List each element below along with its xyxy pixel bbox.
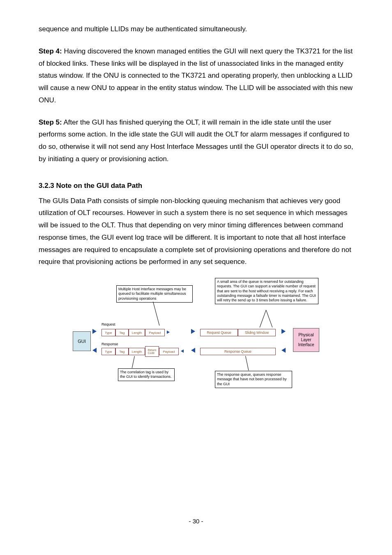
connector-line xyxy=(245,356,249,370)
step5-label: Step 5: xyxy=(39,118,62,126)
seg-return-code: Return Code xyxy=(145,346,159,357)
seg-length: Length xyxy=(129,348,145,355)
connector-line xyxy=(266,310,272,328)
arrow-right-icon xyxy=(92,329,97,334)
arrow-right-icon xyxy=(281,329,286,334)
arrow-right-icon xyxy=(167,331,170,334)
response-label: Response xyxy=(101,342,118,346)
connector-line xyxy=(260,310,266,328)
arrow-left-icon xyxy=(181,349,184,353)
note-correlation-tag: The correlation tag is used by the GUI t… xyxy=(118,368,175,381)
note-queue-reserved: A small area of the queue is reserved fo… xyxy=(215,278,318,304)
paragraph-intro: sequence and multiple LLIDs may be authe… xyxy=(39,23,353,35)
physical-layer-box: Physical Layer Interface xyxy=(293,328,319,352)
gui-box: GUI xyxy=(73,331,91,351)
diagram-container: Multiple Host Interface messages may be … xyxy=(39,278,353,391)
heading-323: 3.2.3 Note on the GUI data Path xyxy=(39,182,353,190)
step5-text: After the GUI has finished querying the … xyxy=(39,118,353,163)
request-label: Request xyxy=(101,322,115,326)
sliding-window: Sliding Window xyxy=(238,329,276,336)
arrow-left-icon xyxy=(191,348,195,353)
note-multiple-host: Multiple Host Interface messages may be … xyxy=(116,285,193,303)
step4-text: Having discovered the known managed enti… xyxy=(39,47,353,104)
seg-tag: Tag xyxy=(115,329,129,336)
arrow-left-icon xyxy=(281,348,286,353)
seg-type: Type xyxy=(101,348,115,355)
note-response-queue: The response queue, queues response mess… xyxy=(215,371,292,388)
document-page: sequence and multiple LLIDs may be authe… xyxy=(0,0,392,530)
request-queue: Request Queue xyxy=(200,329,238,336)
step4-label: Step 4: xyxy=(39,47,62,55)
arrow-left-icon xyxy=(92,348,97,353)
paragraph-step5: Step 5: After the GUI has finished query… xyxy=(39,116,353,165)
connector-line xyxy=(132,356,135,368)
paragraph-step4: Step 4: Having discovered the known mana… xyxy=(39,45,353,106)
response-queue: Response Queue xyxy=(200,348,276,355)
page-number: - 30 - xyxy=(0,518,392,525)
seg-payload: Payload xyxy=(145,329,165,336)
arrow-right-icon xyxy=(191,329,195,334)
seg-type: Type xyxy=(101,329,115,336)
connector-line xyxy=(153,302,159,326)
seg-length: Length xyxy=(129,329,145,336)
seg-payload: Payload xyxy=(159,348,179,355)
seg-tag: Tag xyxy=(115,348,129,355)
data-path-diagram: Multiple Host Interface messages may be … xyxy=(73,278,319,391)
paragraph-323: The GUIs Data Path consists of simple no… xyxy=(39,195,353,268)
